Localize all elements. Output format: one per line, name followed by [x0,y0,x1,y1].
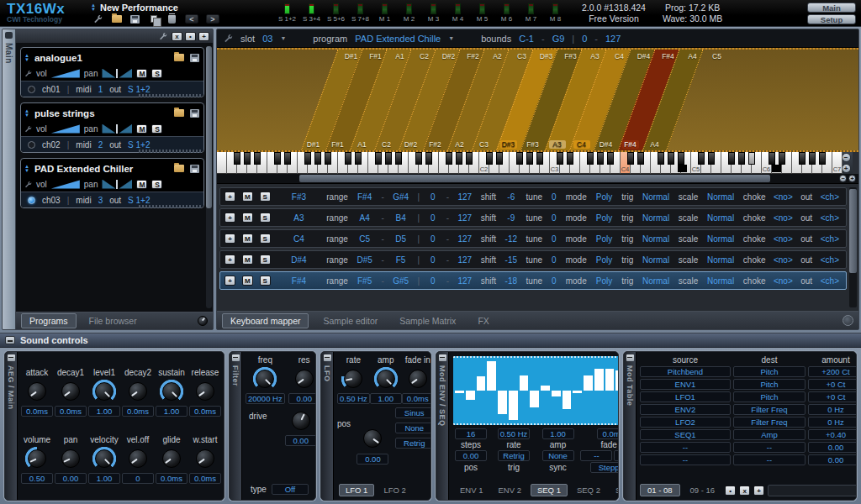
zone-bottom-label[interactable]: D#3 [496,140,520,149]
group-name[interactable]: A3 [277,213,320,223]
mod-source[interactable]: LFO1 [640,391,731,402]
amp-knob[interactable] [373,366,399,391]
group-vel-low[interactable]: 0 [425,234,441,244]
tab-sample-editor[interactable]: Sample editor [315,314,385,328]
group-mode[interactable]: Poly [593,276,616,286]
slot-value[interactable]: 03 [262,34,272,44]
mod-source[interactable]: LFO2 [640,417,731,428]
black-key[interactable] [587,152,594,165]
black-key-highlighted[interactable] [748,152,755,165]
group-vel-low[interactable]: 0 [425,213,441,223]
group-shift[interactable]: -9 [502,213,520,223]
group-range-high[interactable]: G#5 [390,276,412,286]
black-key[interactable] [466,152,473,165]
main-button[interactable]: Main [807,3,856,13]
decay2-knob[interactable] [125,379,151,404]
zone-bottom-label[interactable]: A1 [350,140,374,149]
tab-env-1[interactable]: ENV 1 [454,485,489,496]
group-choke[interactable]: <no> [771,255,795,265]
seq-step-bar[interactable] [552,391,561,396]
group-vel-low[interactable]: 0 [425,255,441,265]
group-choke[interactable]: <no> [771,234,795,244]
black-key[interactable] [375,152,382,165]
group-tune[interactable]: 0 [548,276,560,286]
tab-file-browser[interactable]: File browser [82,314,145,328]
group-trig[interactable]: Normal [639,192,673,202]
seq-sync-value[interactable]: None [542,450,574,461]
seq-step-bar[interactable] [541,386,550,391]
group-out[interactable]: <ch> [818,234,842,244]
group-choke[interactable]: <no> [771,276,795,286]
mod-amount[interactable]: 0.00 [808,454,857,465]
group-row[interactable]: +MSF#4rangeF#5-G#5|0-127shift-18tune0mod… [219,271,847,290]
seq-steps-value[interactable]: 16 [455,428,487,439]
black-key[interactable] [395,152,402,165]
black-key[interactable] [779,152,785,165]
group-trig[interactable]: Normal [639,234,673,244]
scroll-zoom-out-button[interactable]: − [839,175,847,182]
solo-button[interactable]: S [151,180,162,189]
black-key[interactable] [738,152,745,165]
save-icon[interactable] [129,14,140,24]
fade in-value[interactable]: 0.0ms [402,393,431,404]
mod-dest[interactable]: Pitch [733,391,806,402]
attack-value[interactable]: 0.0ms [21,406,53,417]
release-knob[interactable] [193,379,218,404]
group-vel-low[interactable]: 0 [425,192,441,202]
group-out[interactable]: <ch> [818,213,842,223]
mod-source[interactable]: ENV2 [640,404,731,415]
seq-step-bar[interactable] [530,391,539,407]
scroll-zoom-in-button[interactable]: + [848,175,856,182]
tab-mod-09-16[interactable]: 09 - 16 [684,485,722,496]
group-trig[interactable]: Normal [639,213,673,223]
keyboard-scrollbar[interactable]: − + [217,174,858,184]
black-key[interactable] [708,152,715,165]
freq-knob[interactable] [252,366,277,391]
pan-slider[interactable] [102,69,132,78]
mute-button[interactable]: M [136,180,147,189]
resize-grip[interactable] [843,315,853,326]
add-slot-button[interactable]: + [198,32,209,41]
black-key[interactable] [314,152,321,165]
group-out[interactable]: <ch> [818,255,842,265]
tab-seq-2[interactable]: SEQ 2 [571,485,606,496]
folder-icon[interactable] [173,108,184,118]
kb-zoom-out-button[interactable]: − [842,153,851,162]
kb-zoom-in-button[interactable]: + [842,164,851,173]
seq-extra-value[interactable]: -- [580,450,612,461]
black-key[interactable] [526,152,533,165]
res-knob[interactable] [292,366,316,391]
black-key[interactable] [496,152,503,165]
black-key[interactable] [425,152,432,165]
mod-amount[interactable]: 0 Hz [808,417,857,428]
zone-bottom-label[interactable]: C3 [472,140,496,149]
pan-slider[interactable] [102,124,132,134]
release-value[interactable]: 0.0ms [189,406,221,417]
seq-step-bar[interactable] [573,391,582,393]
pan-slider[interactable] [102,180,132,189]
black-key[interactable] [234,152,240,165]
black-key[interactable] [355,152,362,165]
slot-select-radio[interactable] [28,86,35,93]
mod-preset-dropdown[interactable]: ▼ [768,485,857,496]
seq-fade-in-value[interactable]: 0.0ms [597,428,619,439]
folder-icon[interactable] [173,164,184,173]
group-row[interactable]: +MSA3rangeA4-B4|0-127shift-9tune0modePol… [219,208,847,227]
seq-step-bar[interactable] [584,375,593,391]
tab-keyboard-mapper[interactable]: Keyboard mapper [222,313,309,328]
new-folder-icon[interactable] [111,14,122,24]
amp-value[interactable]: 1.00 [370,393,402,404]
tab-sample-matrix[interactable]: Sample Matrix [392,314,463,328]
zone-bottom-label[interactable]: F#1 [325,140,350,149]
seq-step-bar[interactable] [455,391,464,393]
volume-knob[interactable] [24,446,50,471]
wrench-icon[interactable] [224,34,233,43]
folder-icon[interactable] [173,53,184,62]
seq-step-bar[interactable] [563,391,572,409]
black-key[interactable] [345,152,351,165]
collapse-icon[interactable] [324,354,331,361]
tab-lfo-2[interactable]: LFO 2 [378,485,411,496]
volume-value[interactable]: 0.50 [21,473,53,484]
group-tune[interactable]: 0 [548,192,560,202]
mod-add-button[interactable]: + [753,486,764,496]
